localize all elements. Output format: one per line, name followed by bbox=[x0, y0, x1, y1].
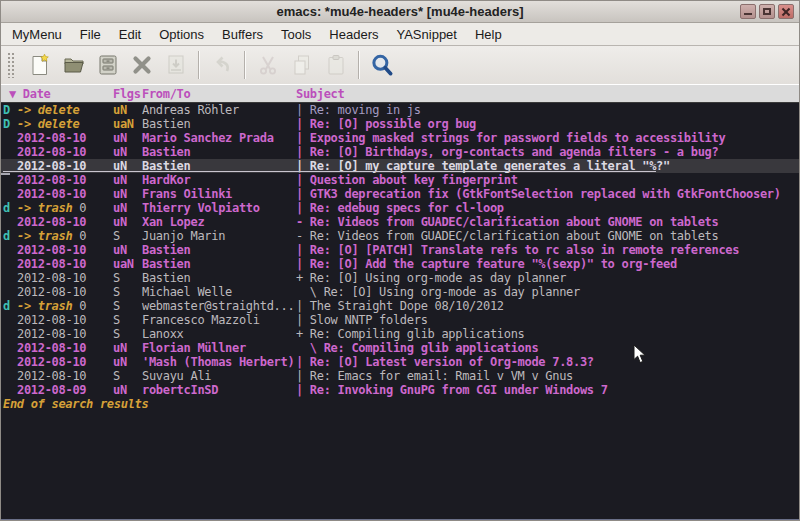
column-header-flags[interactable]: Flgs bbox=[113, 87, 141, 101]
message-row[interactable]: 2012-08-10uN'Mash (Thomas Herbert)| Re: … bbox=[1, 355, 799, 369]
sender: Florian Müllner bbox=[142, 341, 246, 355]
date: 2012-08-10 bbox=[17, 271, 86, 285]
sender: Bastien bbox=[142, 145, 190, 159]
maximize-icon[interactable] bbox=[759, 4, 775, 19]
subject: \ Re: [O] Using org-mode as day planner bbox=[296, 285, 580, 299]
message-row[interactable]: 2012-08-10SFrancesco Mazzoli| Slow NNTP … bbox=[1, 313, 799, 327]
date: -> trash 0 bbox=[17, 229, 86, 243]
titlebar[interactable]: emacs: *mu4e-headers* [mu4e-headers] bbox=[1, 1, 799, 23]
date: 2012-08-10 bbox=[17, 341, 86, 355]
window-title: emacs: *mu4e-headers* [mu4e-headers] bbox=[276, 4, 523, 19]
sender: Suvayu Ali bbox=[142, 369, 211, 383]
buffer-area: ▼ DateFlgsFrom/ToSubject End of search r… bbox=[1, 85, 799, 519]
message-row[interactable]: 2012-08-10SMichael Welle \ Re: [O] Using… bbox=[1, 285, 799, 299]
message-row[interactable]: 2012-08-10uaNBastien| Re: [O] Add the ca… bbox=[1, 257, 799, 271]
message-row[interactable]: 2012-08-10uNBastien| Re: [O] my capture … bbox=[1, 159, 799, 173]
message-row[interactable]: D-> deleteuNAndreas Röhler| Re: moving i… bbox=[1, 103, 799, 117]
subject: | Re: Invoking GnuPG from CGI under Wind… bbox=[296, 383, 608, 397]
message-row[interactable]: 2012-08-10uNMario Sanchez Prada| Exposin… bbox=[1, 131, 799, 145]
message-row[interactable]: d-> trash 0SJuanjo Marin- Re: Videos fro… bbox=[1, 229, 799, 243]
mark-flag: D bbox=[3, 117, 10, 131]
menu-tools[interactable]: Tools bbox=[272, 24, 320, 45]
date: 2012-08-10 bbox=[17, 173, 86, 187]
menu-buffers[interactable]: Buffers bbox=[213, 24, 272, 45]
current-row-underline bbox=[3, 171, 656, 172]
date-extra: 0 bbox=[72, 299, 86, 313]
date: -> delete bbox=[17, 117, 79, 131]
close-icon[interactable] bbox=[778, 4, 794, 19]
mark-flag: D bbox=[3, 103, 10, 117]
window-controls bbox=[740, 4, 794, 19]
message-list[interactable]: End of search results D-> deleteuNAndrea… bbox=[1, 103, 799, 519]
flags: uN bbox=[113, 201, 127, 215]
menu-file[interactable]: File bbox=[71, 24, 110, 45]
message-row[interactable]: 2012-08-10SSuvayu Ali| Re: Emacs for ema… bbox=[1, 369, 799, 383]
flags: uN bbox=[113, 243, 127, 257]
message-row[interactable]: 2012-08-10uNXan Lopez- Re: Videos from G… bbox=[1, 215, 799, 229]
sender: Francesco Mazzoli bbox=[142, 313, 260, 327]
flags: uN bbox=[113, 355, 127, 369]
sender: Frans Oilinki bbox=[142, 187, 232, 201]
menu-mymenu[interactable]: MyMenu bbox=[3, 24, 71, 45]
toolbar-separator bbox=[358, 51, 360, 79]
menu-headers[interactable]: Headers bbox=[320, 24, 387, 45]
menu-help[interactable]: Help bbox=[466, 24, 511, 45]
subject: | Question about key fingerprint bbox=[296, 173, 518, 187]
message-row[interactable]: 2012-08-10uNBastien| Re: [O] Birthdays, … bbox=[1, 145, 799, 159]
date: 2012-08-10 bbox=[17, 145, 86, 159]
flags: S bbox=[113, 271, 120, 285]
flags: S bbox=[113, 313, 120, 327]
date: 2012-08-10 bbox=[17, 285, 86, 299]
search-icon[interactable] bbox=[365, 49, 399, 81]
close-buffer-icon[interactable] bbox=[125, 49, 159, 81]
date: 2012-08-10 bbox=[17, 327, 86, 341]
date: 2012-08-10 bbox=[17, 257, 86, 271]
paste-icon[interactable] bbox=[319, 49, 353, 81]
date: 2012-08-09 bbox=[17, 383, 86, 397]
copy-icon[interactable] bbox=[285, 49, 319, 81]
message-row[interactable]: D-> deleteuaNBastien| Re: [O] possible o… bbox=[1, 117, 799, 131]
date: 2012-08-10 bbox=[17, 187, 86, 201]
message-row[interactable]: 2012-08-10uNFlorian Müllner \ Re: Compil… bbox=[1, 341, 799, 355]
date: 2012-08-10 bbox=[17, 313, 86, 327]
save-icon[interactable] bbox=[91, 49, 125, 81]
message-row[interactable]: 2012-08-10uNBastien| Re: [O] [PATCH] Tra… bbox=[1, 243, 799, 257]
undo-icon[interactable] bbox=[205, 49, 239, 81]
date-extra: 0 bbox=[72, 201, 86, 215]
toolbar bbox=[1, 46, 799, 85]
message-row[interactable]: 2012-08-10SLanoxx+ Re: Compiling glib ap… bbox=[1, 327, 799, 341]
subject: | Re: edebug specs for cl-loop bbox=[296, 201, 504, 215]
date: -> trash 0 bbox=[17, 299, 86, 313]
message-row[interactable]: 2012-08-10uNFrans Oilinki| GTK3 deprecat… bbox=[1, 187, 799, 201]
message-row[interactable]: d-> trash 0uNThierry Volpiatto| Re: edeb… bbox=[1, 201, 799, 215]
column-header-datesort[interactable]: ▼ Date bbox=[9, 87, 51, 101]
flags: uaN bbox=[113, 117, 134, 131]
save-as-icon[interactable] bbox=[159, 49, 193, 81]
menu-options[interactable]: Options bbox=[150, 24, 213, 45]
message-row[interactable]: 2012-08-10uNHardKor| Question about key … bbox=[1, 173, 799, 187]
message-row[interactable]: 2012-08-09uNrobertcInSD| Re: Invoking Gn… bbox=[1, 383, 799, 397]
column-header-subject[interactable]: Subject bbox=[296, 87, 344, 101]
subject: + Re: Compiling glib applications bbox=[296, 327, 525, 341]
message-row[interactable]: 2012-08-10SBastien+ Re: [O] Using org-mo… bbox=[1, 271, 799, 285]
flags: S bbox=[113, 229, 120, 243]
end-of-search-results: End of search results bbox=[3, 397, 148, 411]
sender: Bastien bbox=[142, 243, 190, 257]
flags: uN bbox=[113, 103, 127, 117]
mark-flag: d bbox=[3, 229, 10, 243]
subject: | Slow NNTP folders bbox=[296, 313, 428, 327]
date: 2012-08-10 bbox=[17, 131, 86, 145]
menu-edit[interactable]: Edit bbox=[110, 24, 150, 45]
sender: Juanjo Marin bbox=[142, 229, 225, 243]
subject: - Re: Videos from GUADEC/clarification a… bbox=[296, 229, 718, 243]
cut-icon[interactable] bbox=[251, 49, 285, 81]
toolbar-grip-icon[interactable] bbox=[7, 52, 15, 78]
new-file-icon[interactable] bbox=[23, 49, 57, 81]
column-header-from[interactable]: From/To bbox=[142, 87, 190, 101]
message-row[interactable]: d-> trash 0Swebmaster@straightd...| The … bbox=[1, 299, 799, 313]
minimize-icon[interactable] bbox=[740, 4, 756, 19]
menu-yasnippet[interactable]: YASnippet bbox=[387, 24, 465, 45]
sender: HardKor bbox=[142, 173, 190, 187]
open-folder-icon[interactable] bbox=[57, 49, 91, 81]
sender: 'Mash (Thomas Herbert) bbox=[142, 355, 294, 369]
